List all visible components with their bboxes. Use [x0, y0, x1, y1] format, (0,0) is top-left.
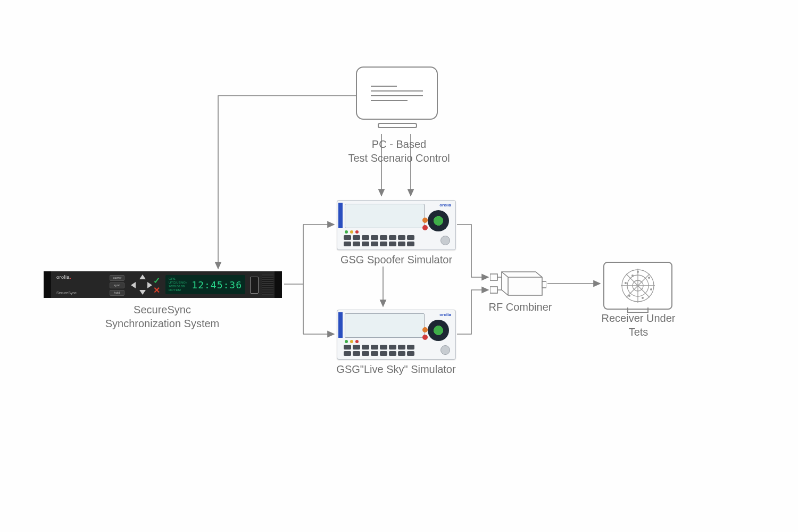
gsg-brand: orolia	[439, 312, 451, 317]
receiver-label: Receiver Under Tets	[591, 311, 686, 339]
serial-port-icon	[250, 277, 259, 294]
gsg-screen-icon	[345, 204, 425, 228]
nav-wheel-icon	[428, 320, 449, 341]
nav-wheel-icon	[428, 210, 449, 231]
keypad-icon	[344, 343, 429, 356]
output-knob-icon	[440, 345, 450, 355]
svg-point-12	[637, 271, 639, 273]
dpad-icon	[131, 275, 152, 295]
status-buttons: power sync hold	[110, 275, 124, 296]
spoofer-label: GSG Spoofer Simulator	[330, 253, 463, 267]
gsg-brand: orolia	[439, 203, 451, 207]
check-icon: ✓	[153, 276, 160, 286]
pc-monitor	[356, 66, 439, 131]
svg-rect-1	[490, 287, 497, 293]
pc-label: PC - Based Test Scenario Control	[330, 137, 468, 165]
svg-point-16	[628, 295, 630, 297]
gsg-spoofer-device: orolia	[337, 200, 456, 250]
svg-point-13	[648, 277, 650, 279]
securesync-device: orolia. SecureSync power sync hold ✓ ✕ G…	[44, 271, 282, 298]
svg-rect-0	[490, 274, 497, 280]
speaker-grille-icon	[262, 275, 273, 295]
svg-point-14	[650, 288, 652, 290]
x-icon: ✕	[153, 285, 160, 295]
livesky-label: GSG"Live Sky" Simulator	[326, 362, 467, 376]
document-lines-icon	[356, 66, 438, 120]
keypad-icon	[344, 234, 429, 246]
model-label: SecureSync	[56, 291, 77, 295]
skyplot-icon	[604, 263, 671, 309]
securesync-label: SecureSync Synchronization System	[80, 303, 245, 330]
gsg-screen-icon	[345, 313, 425, 338]
lcd-display: GPS UTC(USNO) 2020.06.30 DOY182 12:45:36	[165, 275, 245, 294]
receiver-device	[603, 262, 671, 312]
rf-combiner-device	[490, 271, 546, 297]
gsg-livesky-device: orolia	[337, 310, 456, 360]
svg-point-17	[625, 282, 627, 284]
rfcombiner-label: RF Combiner	[483, 300, 558, 314]
brand-label: orolia.	[56, 275, 71, 280]
svg-point-18	[631, 275, 634, 277]
output-knob-icon	[440, 236, 450, 245]
svg-rect-2	[542, 281, 546, 288]
svg-point-15	[642, 297, 644, 299]
